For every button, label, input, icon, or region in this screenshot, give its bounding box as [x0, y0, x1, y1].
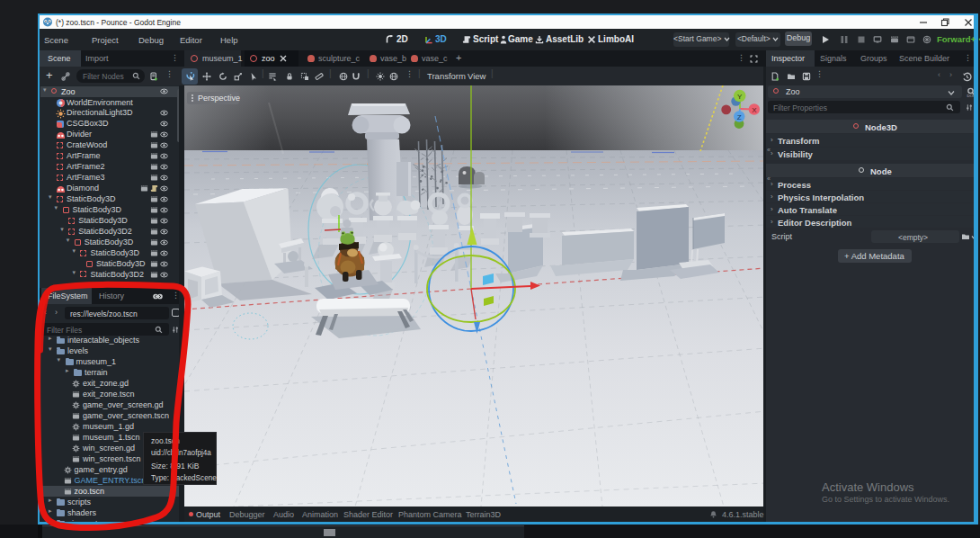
- svg-text:X: X: [752, 106, 757, 114]
- svg-text:Y: Y: [737, 93, 743, 101]
- svg-text:Perspective: Perspective: [198, 94, 240, 103]
- svg-text:DOC: DOC: [967, 93, 974, 96]
- svg-text:Z: Z: [737, 113, 742, 121]
